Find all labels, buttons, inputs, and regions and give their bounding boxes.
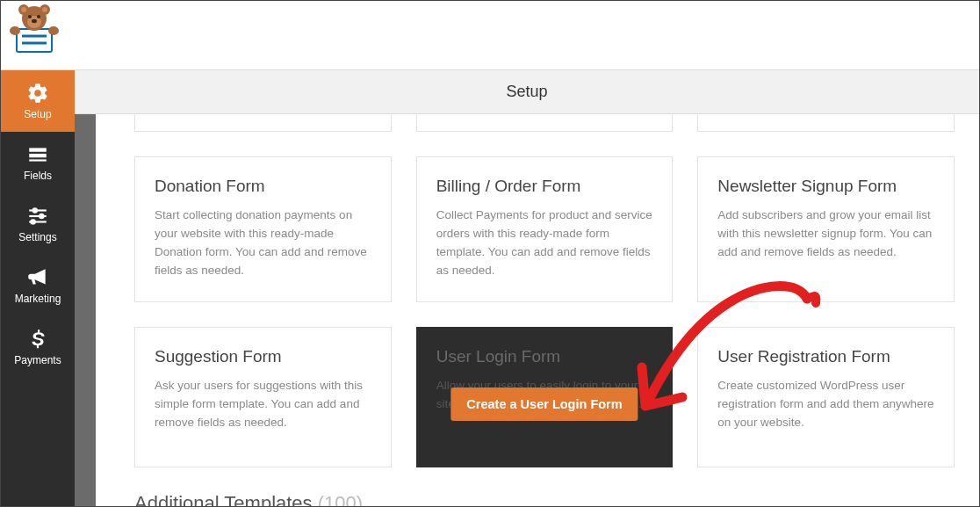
card-desc: Add subscribers and grow your email list… [717,206,934,262]
sidebar: Setup Fields Settings Marketing [1,70,75,506]
fields-icon [26,143,49,166]
sidebar-item-setup[interactable]: Setup [1,70,75,132]
sidebar-item-label: Payments [14,354,61,366]
svg-point-6 [21,7,26,12]
template-card-stub[interactable] [697,114,955,132]
template-card-stub[interactable] [134,114,392,132]
template-card-newsletter[interactable]: Newsletter Signup Form Add subscribers a… [697,156,955,302]
template-card-stub[interactable] [416,114,674,132]
svg-point-11 [32,19,37,23]
card-desc: Ask your users for suggestions with this… [155,377,371,432]
sidebar-item-label: Fields [24,170,52,182]
svg-point-9 [28,15,32,18]
sidebar-item-marketing[interactable]: Marketing [1,255,75,316]
sidebar-item-payments[interactable]: Payments [1,316,75,378]
additional-templates-count: (100) [318,492,363,506]
content-wrap: Donation Form Start collecting donation … [75,114,979,506]
svg-point-10 [37,15,40,18]
card-title: Newsletter Signup Form [717,177,934,196]
dollar-icon [26,328,49,351]
additional-templates-heading: Additional Templates (100) [134,492,955,506]
svg-rect-15 [29,154,47,157]
sidebar-item-fields[interactable]: Fields [1,132,75,193]
template-card-user-registration[interactable]: User Registration Form Create customized… [697,327,955,467]
template-card-donation[interactable]: Donation Form Start collecting donation … [134,156,392,302]
main-panel: Setup Donation Form Start collecting don… [75,70,979,506]
sidebar-item-label: Setup [24,108,51,120]
create-user-login-form-button[interactable]: Create a User Login Form [450,387,638,421]
sidebar-item-label: Settings [18,231,56,243]
svg-point-12 [10,26,20,35]
svg-point-20 [40,214,43,218]
card-title: Billing / Order Form [436,177,653,196]
sidebar-item-label: Marketing [15,293,61,305]
additional-templates-label: Additional Templates [134,492,313,506]
template-card-suggestion[interactable]: Suggestion Form Ask your users for sugge… [134,327,392,467]
svg-point-7 [42,7,47,12]
svg-rect-0 [17,29,52,52]
card-title: Donation Form [155,177,371,196]
card-desc: Start collecting donation payments on yo… [155,206,371,280]
card-desc: Collect Payments for product and service… [436,206,653,280]
card-title: Suggestion Form [155,347,371,366]
topbar [1,1,979,70]
svg-point-13 [48,26,59,35]
app-frame: Setup Fields Settings Marketing [0,0,980,507]
content: Donation Form Start collecting donation … [96,114,979,506]
sidebar-item-settings[interactable]: Settings [1,193,75,255]
card-title: User Registration Form [717,347,934,366]
svg-rect-14 [29,148,47,151]
card-title: User Login Form [436,347,653,366]
sliders-icon [26,205,49,228]
bullhorn-icon [26,266,49,289]
main-header: Setup [75,70,979,114]
svg-point-18 [33,208,37,212]
svg-point-22 [31,220,34,223]
svg-rect-16 [29,159,47,161]
gear-icon [26,82,49,105]
wpforms-logo [4,4,59,59]
template-card-billing[interactable]: Billing / Order Form Collect Payments fo… [416,156,674,302]
template-card-user-login[interactable]: User Login Form Allow your users to easi… [416,327,674,467]
main-header-title: Setup [506,83,547,101]
card-desc: Create customized WordPress user registr… [717,377,934,432]
